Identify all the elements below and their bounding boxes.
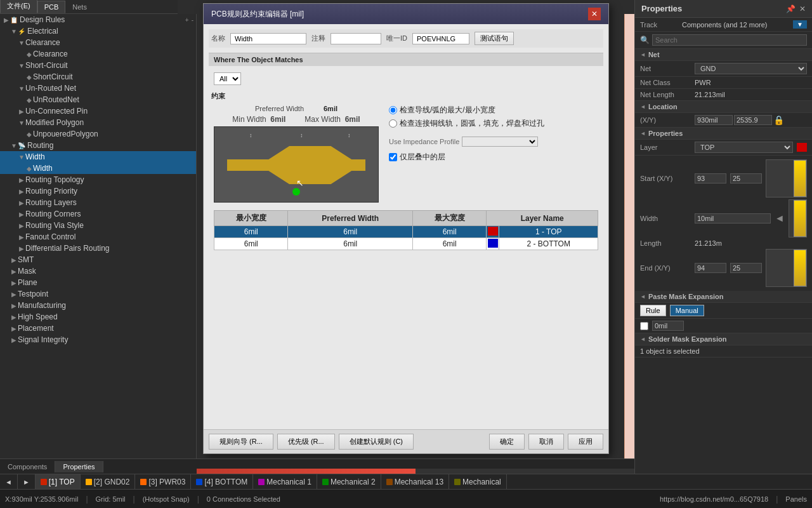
filter-btn[interactable]: ▼ <box>793 20 807 29</box>
paste-mask-input[interactable] <box>652 321 684 331</box>
layers-checkbox[interactable] <box>389 153 397 161</box>
start-slider-thumb[interactable] <box>794 160 806 197</box>
cancel-btn[interactable]: 取消 <box>528 434 564 450</box>
panel-close-icon[interactable]: ✕ <box>799 4 806 13</box>
tree-unrouted-leaf[interactable]: ◆ UnRoutedNet <box>0 94 196 105</box>
rule-wizard-btn[interactable]: 规则向导 (R... <box>209 434 273 450</box>
tree-electrical[interactable]: ▼ ⚡ Electrical <box>0 25 196 37</box>
tree-short-leaf[interactable]: ◆ ShortCircuit <box>0 71 196 83</box>
panels-btn[interactable]: Panels <box>785 495 807 503</box>
net-length-row: Net Length 21.213mil <box>635 89 812 101</box>
tree-diff-pairs[interactable]: ▶ Differential Pairs Routing <box>0 243 196 254</box>
priority-btn[interactable]: 优先级 (R... <box>277 434 335 450</box>
comment-input[interactable] <box>331 33 381 44</box>
tree-routing-priority[interactable]: ▶ Routing Priority <box>0 185 196 197</box>
lock-icon[interactable]: 🔒 <box>773 115 784 125</box>
tree-clearance-leaf[interactable]: ◆ Clearance <box>0 48 196 60</box>
tree-clearance[interactable]: ▼ Clearance <box>0 37 196 48</box>
tab-pcb[interactable]: 文件(E) <box>0 0 37 13</box>
radio-max-min[interactable] <box>389 106 397 114</box>
prop-search-input[interactable] <box>652 34 807 46</box>
layer-tab-gnd02[interactable]: [2] GND02 <box>81 474 136 489</box>
tree-testpoint[interactable]: ▶ Testpoint <box>0 288 196 300</box>
tree-routing[interactable]: ▼ 📡 Routing <box>0 140 196 151</box>
end-slider-thumb[interactable] <box>794 250 806 286</box>
condition-select[interactable]: All <box>214 72 241 85</box>
start-x-input[interactable] <box>695 173 726 184</box>
layer-nav-prev[interactable]: ◄ <box>0 474 18 489</box>
tree-width-group[interactable]: ▼ Width <box>0 151 196 163</box>
arrow-left-icon[interactable]: ◄ <box>775 213 785 224</box>
tree-high-speed[interactable]: ▶ High Speed <box>0 311 196 323</box>
tree-routing-via[interactable]: ▶ Routing Via Style <box>0 220 196 231</box>
end-slider-track[interactable] <box>766 249 807 287</box>
impedance-select[interactable] <box>462 137 538 147</box>
end-row: End (X/Y) <box>640 249 807 287</box>
table-row[interactable]: 6mil 6mil 6mil 2 - BOTTOM <box>214 238 598 250</box>
layer-tab-pwr03[interactable]: [3] PWR03 <box>135 474 191 489</box>
dialog-close-button[interactable]: ✕ <box>588 8 601 20</box>
rule-name-input[interactable] <box>230 33 306 44</box>
manual-btn[interactable]: Manual <box>670 305 704 316</box>
apply-btn[interactable]: 应用 <box>568 434 603 450</box>
tree-mask[interactable]: ▶ Mask <box>0 265 196 277</box>
tree-design-rules[interactable]: ▶ 📋 Design Rules <box>0 14 196 25</box>
solder-mask-section[interactable]: Solder Mask Expansion <box>635 333 812 345</box>
loc-y-input[interactable] <box>734 115 772 125</box>
tree-fanout[interactable]: ▶ Fanout Control <box>0 231 196 243</box>
unique-id-input[interactable] <box>412 33 469 44</box>
layer-tab-mech2[interactable]: Mechanical 2 <box>317 474 381 489</box>
layer-tab-top[interactable]: [1] TOP <box>36 474 81 489</box>
end-y-input[interactable] <box>730 263 762 273</box>
tree-signal-integrity[interactable]: ▶ Signal Integrity <box>0 334 196 345</box>
pin-icon[interactable]: 📌 <box>786 4 796 13</box>
progress-bar-container <box>197 469 634 474</box>
tree-unrouted[interactable]: ▼ Un-Routed Net <box>0 83 196 94</box>
tree-plane[interactable]: ▶ Plane <box>0 277 196 288</box>
tree-placement[interactable]: ▶ Placement <box>0 323 196 334</box>
net-select[interactable]: GND <box>695 63 807 74</box>
rule-btn[interactable]: Rule <box>640 305 666 316</box>
layer-tab-bottom[interactable]: [4] BOTTOM <box>191 474 253 489</box>
location-section[interactable]: Location <box>635 101 812 113</box>
layer-tab-mech1[interactable]: Mechanical 1 <box>253 474 317 489</box>
width-input[interactable] <box>695 213 771 224</box>
tab-properties[interactable]: Properties <box>55 461 103 472</box>
left-panel: ▶ 📋 Design Rules ▼ ⚡ Electrical ▼ Cleara… <box>0 14 197 474</box>
table-row[interactable]: 6mil 6mil 6mil 1 - TOP <box>214 226 598 238</box>
tree-routing-style[interactable]: ▶ Routing Corners <box>0 208 196 220</box>
tree-unpouredpolygon[interactable]: ◆ UnpoueredPolygon <box>0 128 196 140</box>
test-btn[interactable]: 测试语句 <box>475 32 514 45</box>
tree-short[interactable]: ▼ Short-Circuit <box>0 60 196 71</box>
create-default-btn[interactable]: 创建默认规则 (C) <box>339 434 414 450</box>
paste-mask-section[interactable]: Paste Mask Expansion <box>635 291 812 303</box>
tab-nets[interactable]: Nets <box>65 1 94 13</box>
tree-modified[interactable]: ▼ Modified Polygon <box>0 117 196 128</box>
start-y-input[interactable] <box>730 173 762 184</box>
tree-label: Testpoint <box>18 290 48 298</box>
tree-routing-layers[interactable]: ▶ Routing Layers <box>0 197 196 208</box>
radio-connected[interactable] <box>389 119 397 128</box>
tree-routing-topology[interactable]: ▶ Routing Topology <box>0 174 196 185</box>
layer-nav-next[interactable]: ► <box>18 474 36 489</box>
tree-width-leaf[interactable]: ◆ Width <box>0 163 196 174</box>
end-x-input[interactable] <box>695 263 726 273</box>
tab-components[interactable]: Components <box>0 461 55 472</box>
loc-x-input[interactable] <box>695 115 733 125</box>
tree-manufacturing[interactable]: ▶ Manufacturing <box>0 300 196 311</box>
width-slider-thumb[interactable] <box>794 200 806 237</box>
layer-tab-mech-other[interactable]: Mechanical <box>449 474 507 489</box>
layer-select[interactable]: TOP <box>695 142 793 153</box>
layer-tab-mech13[interactable]: Mechanical 13 <box>381 474 449 489</box>
start-slider-track[interactable] <box>766 159 807 197</box>
paste-mask-checkbox[interactable] <box>640 322 648 330</box>
width-slider-track[interactable] <box>789 199 807 237</box>
props-section[interactable]: Properties <box>635 128 812 140</box>
tree-smt[interactable]: ▶ SMT <box>0 254 196 265</box>
tab-pcb2[interactable]: PCB <box>37 1 66 13</box>
tree-expand-icon[interactable]: + <box>185 17 189 23</box>
tree-unconnected[interactable]: ▶ Un-Connected Pin <box>0 105 196 117</box>
ok-btn[interactable]: 确定 <box>489 434 525 450</box>
net-section[interactable]: Net <box>635 49 812 61</box>
tree-collapse-icon[interactable]: - <box>192 17 193 23</box>
